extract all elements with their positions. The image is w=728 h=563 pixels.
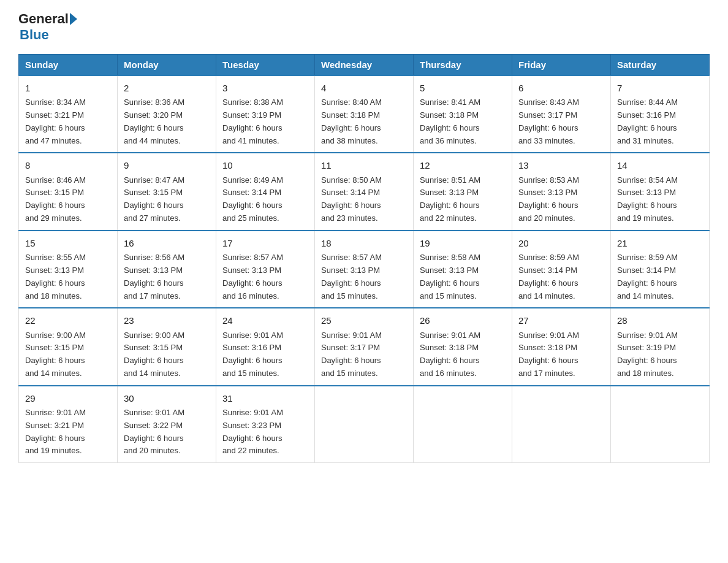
day-cell: 20Sunrise: 8:59 AMSunset: 3:14 PMDayligh… xyxy=(512,231,611,308)
header-friday: Friday xyxy=(512,55,611,76)
day-number: 14 xyxy=(617,158,703,172)
header-row: SundayMondayTuesdayWednesdayThursdayFrid… xyxy=(19,55,710,76)
header-sunday: Sunday xyxy=(19,55,118,76)
day-number: 4 xyxy=(321,81,407,95)
day-info: Sunrise: 8:34 AMSunset: 3:21 PMDaylight:… xyxy=(25,96,111,147)
day-info: Sunrise: 9:01 AMSunset: 3:18 PMDaylight:… xyxy=(518,329,604,380)
day-cell: 12Sunrise: 8:51 AMSunset: 3:13 PMDayligh… xyxy=(414,153,512,230)
day-number: 20 xyxy=(518,236,604,250)
day-number: 8 xyxy=(25,158,111,172)
page-header: General Blue xyxy=(18,12,710,43)
day-cell: 2Sunrise: 8:36 AMSunset: 3:20 PMDaylight… xyxy=(118,75,216,153)
header-thursday: Thursday xyxy=(414,55,512,76)
header-monday: Monday xyxy=(118,55,216,76)
day-number: 15 xyxy=(25,236,111,250)
day-info: Sunrise: 8:41 AMSunset: 3:18 PMDaylight:… xyxy=(420,96,506,147)
day-cell: 24Sunrise: 9:01 AMSunset: 3:16 PMDayligh… xyxy=(216,308,315,385)
day-number: 1 xyxy=(25,81,111,95)
day-cell: 4Sunrise: 8:40 AMSunset: 3:18 PMDaylight… xyxy=(315,75,414,153)
day-number: 11 xyxy=(321,158,407,172)
day-cell: 29Sunrise: 9:01 AMSunset: 3:21 PMDayligh… xyxy=(19,386,118,463)
day-number: 9 xyxy=(124,158,210,172)
day-cell: 3Sunrise: 8:38 AMSunset: 3:19 PMDaylight… xyxy=(216,75,315,153)
day-number: 17 xyxy=(222,236,308,250)
day-cell xyxy=(414,386,512,463)
week-row-5: 29Sunrise: 9:01 AMSunset: 3:21 PMDayligh… xyxy=(19,386,710,463)
day-cell: 6Sunrise: 8:43 AMSunset: 3:17 PMDaylight… xyxy=(512,75,611,153)
day-info: Sunrise: 8:56 AMSunset: 3:13 PMDaylight:… xyxy=(124,251,210,302)
day-info: Sunrise: 8:36 AMSunset: 3:20 PMDaylight:… xyxy=(124,96,210,147)
day-number: 19 xyxy=(420,236,506,250)
day-number: 3 xyxy=(222,81,308,95)
day-cell: 22Sunrise: 9:00 AMSunset: 3:15 PMDayligh… xyxy=(19,308,118,385)
day-info: Sunrise: 8:49 AMSunset: 3:14 PMDaylight:… xyxy=(222,174,308,225)
day-number: 21 xyxy=(617,236,703,250)
day-cell: 17Sunrise: 8:57 AMSunset: 3:13 PMDayligh… xyxy=(216,231,315,308)
day-info: Sunrise: 8:44 AMSunset: 3:16 PMDaylight:… xyxy=(617,96,703,147)
day-cell: 15Sunrise: 8:55 AMSunset: 3:13 PMDayligh… xyxy=(19,231,118,308)
day-number: 24 xyxy=(222,313,308,327)
day-cell: 16Sunrise: 8:56 AMSunset: 3:13 PMDayligh… xyxy=(118,231,216,308)
day-info: Sunrise: 8:43 AMSunset: 3:17 PMDaylight:… xyxy=(518,96,604,147)
day-number: 29 xyxy=(25,391,111,405)
week-row-3: 15Sunrise: 8:55 AMSunset: 3:13 PMDayligh… xyxy=(19,231,710,308)
day-info: Sunrise: 8:46 AMSunset: 3:15 PMDaylight:… xyxy=(25,174,111,225)
day-info: Sunrise: 8:47 AMSunset: 3:15 PMDaylight:… xyxy=(124,174,210,225)
day-info: Sunrise: 8:50 AMSunset: 3:14 PMDaylight:… xyxy=(321,174,407,225)
calendar-body: 1Sunrise: 8:34 AMSunset: 3:21 PMDaylight… xyxy=(19,75,710,463)
day-number: 12 xyxy=(420,158,506,172)
day-cell: 11Sunrise: 8:50 AMSunset: 3:14 PMDayligh… xyxy=(315,153,414,230)
day-number: 31 xyxy=(222,391,308,405)
day-info: Sunrise: 9:01 AMSunset: 3:21 PMDaylight:… xyxy=(25,407,111,458)
day-cell xyxy=(512,386,611,463)
day-cell: 13Sunrise: 8:53 AMSunset: 3:13 PMDayligh… xyxy=(512,153,611,230)
header-saturday: Saturday xyxy=(611,55,710,76)
header-tuesday: Tuesday xyxy=(216,55,315,76)
day-info: Sunrise: 9:00 AMSunset: 3:15 PMDaylight:… xyxy=(25,329,111,380)
day-info: Sunrise: 8:59 AMSunset: 3:14 PMDaylight:… xyxy=(518,251,604,302)
day-info: Sunrise: 8:57 AMSunset: 3:13 PMDaylight:… xyxy=(321,251,407,302)
day-number: 22 xyxy=(25,313,111,327)
week-row-4: 22Sunrise: 9:00 AMSunset: 3:15 PMDayligh… xyxy=(19,308,710,385)
day-cell: 9Sunrise: 8:47 AMSunset: 3:15 PMDaylight… xyxy=(118,153,216,230)
day-info: Sunrise: 9:00 AMSunset: 3:15 PMDaylight:… xyxy=(124,329,210,380)
day-info: Sunrise: 8:40 AMSunset: 3:18 PMDaylight:… xyxy=(321,96,407,147)
day-number: 10 xyxy=(222,158,308,172)
day-cell: 25Sunrise: 9:01 AMSunset: 3:17 PMDayligh… xyxy=(315,308,414,385)
day-info: Sunrise: 9:01 AMSunset: 3:23 PMDaylight:… xyxy=(222,407,308,458)
calendar-header: SundayMondayTuesdayWednesdayThursdayFrid… xyxy=(19,55,710,76)
day-info: Sunrise: 9:01 AMSunset: 3:17 PMDaylight:… xyxy=(321,329,407,380)
day-cell: 26Sunrise: 9:01 AMSunset: 3:18 PMDayligh… xyxy=(414,308,512,385)
day-number: 25 xyxy=(321,313,407,327)
calendar-table: SundayMondayTuesdayWednesdayThursdayFrid… xyxy=(18,54,710,463)
day-number: 28 xyxy=(617,313,703,327)
day-number: 5 xyxy=(420,81,506,95)
day-number: 18 xyxy=(321,236,407,250)
day-cell: 14Sunrise: 8:54 AMSunset: 3:13 PMDayligh… xyxy=(611,153,710,230)
logo: General Blue xyxy=(18,12,78,43)
day-info: Sunrise: 8:58 AMSunset: 3:13 PMDaylight:… xyxy=(420,251,506,302)
day-cell xyxy=(611,386,710,463)
header-wednesday: Wednesday xyxy=(315,55,414,76)
day-cell: 18Sunrise: 8:57 AMSunset: 3:13 PMDayligh… xyxy=(315,231,414,308)
day-cell: 30Sunrise: 9:01 AMSunset: 3:22 PMDayligh… xyxy=(118,386,216,463)
day-cell: 23Sunrise: 9:00 AMSunset: 3:15 PMDayligh… xyxy=(118,308,216,385)
day-cell: 5Sunrise: 8:41 AMSunset: 3:18 PMDaylight… xyxy=(414,75,512,153)
logo-general-text: General xyxy=(18,12,69,26)
day-cell: 21Sunrise: 8:59 AMSunset: 3:14 PMDayligh… xyxy=(611,231,710,308)
day-number: 13 xyxy=(518,158,604,172)
day-number: 7 xyxy=(617,81,703,95)
day-info: Sunrise: 8:54 AMSunset: 3:13 PMDaylight:… xyxy=(617,174,703,225)
day-info: Sunrise: 8:53 AMSunset: 3:13 PMDaylight:… xyxy=(518,174,604,225)
day-cell: 8Sunrise: 8:46 AMSunset: 3:15 PMDaylight… xyxy=(19,153,118,230)
day-cell: 10Sunrise: 8:49 AMSunset: 3:14 PMDayligh… xyxy=(216,153,315,230)
day-cell xyxy=(315,386,414,463)
day-info: Sunrise: 8:38 AMSunset: 3:19 PMDaylight:… xyxy=(222,96,308,147)
day-number: 23 xyxy=(124,313,210,327)
day-number: 27 xyxy=(518,313,604,327)
day-number: 6 xyxy=(518,81,604,95)
day-cell: 27Sunrise: 9:01 AMSunset: 3:18 PMDayligh… xyxy=(512,308,611,385)
day-cell: 31Sunrise: 9:01 AMSunset: 3:23 PMDayligh… xyxy=(216,386,315,463)
day-info: Sunrise: 8:59 AMSunset: 3:14 PMDaylight:… xyxy=(617,251,703,302)
day-cell: 7Sunrise: 8:44 AMSunset: 3:16 PMDaylight… xyxy=(611,75,710,153)
